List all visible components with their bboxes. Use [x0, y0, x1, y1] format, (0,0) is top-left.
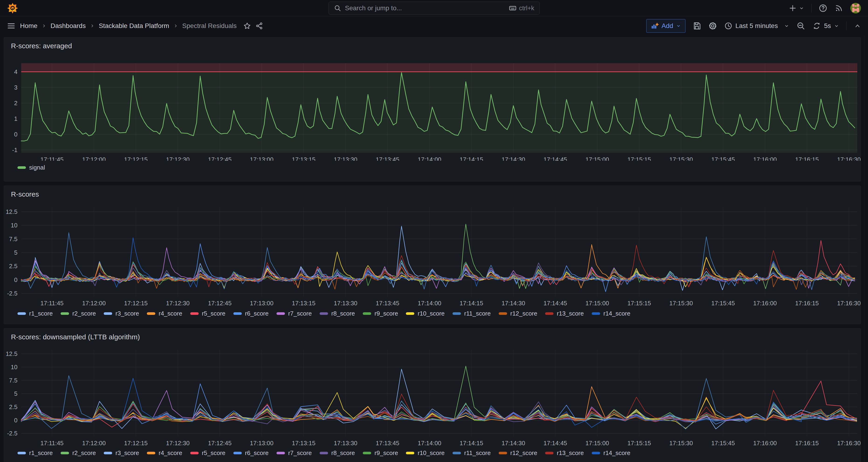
help-button[interactable] — [818, 4, 828, 12]
legend-item[interactable]: r9_score — [363, 310, 398, 317]
legend-item[interactable]: r2_score — [61, 450, 96, 457]
panel-header[interactable]: R-scores: downsampled (LTTB algorithm) — [4, 329, 861, 342]
svg-text:-1: -1 — [12, 147, 18, 153]
legend-item[interactable]: r12_score — [499, 450, 537, 457]
legend-item[interactable]: r6_score — [234, 450, 269, 457]
svg-text:5: 5 — [14, 249, 18, 256]
legend-item[interactable]: r1_score — [18, 450, 53, 457]
add-panel-button[interactable]: Add — [646, 19, 685, 33]
svg-text:17:11:45: 17:11:45 — [40, 300, 63, 307]
svg-text:17:12:00: 17:12:00 — [82, 300, 105, 307]
chevron-up-icon — [854, 22, 862, 30]
breadcrumb: Home Dashboards Stackable Data Platform … — [6, 21, 263, 31]
legend-item[interactable]: r3_score — [104, 310, 139, 317]
svg-text:17:14:30: 17:14:30 — [501, 440, 525, 446]
legend-label: r11_score — [464, 310, 491, 317]
timeseries-chart[interactable]: 12.5107.552.50-2.517:11:4517:12:0017:12:… — [4, 342, 861, 446]
legend-item[interactable]: r2_score — [61, 310, 96, 317]
legend-item[interactable]: r5_score — [190, 450, 225, 457]
share-icon[interactable] — [255, 22, 263, 30]
svg-text:17:16:30: 17:16:30 — [837, 300, 861, 307]
legend-swatch — [61, 312, 69, 315]
panel-header[interactable]: R-scores: averaged — [4, 37, 861, 51]
zoom-out-button[interactable] — [797, 22, 805, 30]
legend-item[interactable]: r12_score — [499, 310, 537, 317]
legend-item[interactable]: r5_score — [190, 310, 225, 317]
svg-text:17:16:00: 17:16:00 — [753, 156, 777, 161]
svg-text:2.5: 2.5 — [9, 403, 18, 410]
time-range-picker[interactable]: Last 5 minutes — [724, 22, 789, 30]
time-range-label: Last 5 minutes — [735, 22, 778, 30]
svg-text:17:16:30: 17:16:30 — [837, 156, 861, 161]
grafana-logo[interactable] — [7, 3, 18, 14]
legend-label: r5_score — [202, 310, 225, 317]
legend-item[interactable]: r14_score — [592, 450, 630, 457]
breadcrumb-dashboards[interactable]: Dashboards — [51, 22, 86, 30]
legend-item[interactable]: r11_score — [453, 450, 491, 457]
breadcrumb-folder[interactable]: Stackable Data Platform — [99, 22, 169, 30]
timeseries-chart[interactable]: 12.5107.552.50-2.517:11:4517:12:0017:12:… — [4, 199, 861, 307]
legend-item[interactable]: r11_score — [453, 310, 491, 317]
legend-item[interactable]: r8_score — [320, 450, 355, 457]
legend-swatch — [320, 312, 328, 315]
star-icon[interactable] — [243, 22, 251, 30]
legend-label: r9_score — [374, 450, 398, 457]
chevron-down-icon — [834, 23, 839, 29]
menu-icon[interactable] — [6, 21, 16, 31]
news-button[interactable] — [834, 4, 843, 12]
breadcrumb-home[interactable]: Home — [20, 22, 37, 30]
legend-item[interactable]: r1_score — [18, 310, 53, 317]
legend-label: r11_score — [464, 450, 491, 457]
legend-item[interactable]: r7_score — [277, 310, 312, 317]
legend-item[interactable]: r14_score — [592, 310, 630, 317]
save-dashboard-button[interactable] — [692, 22, 701, 30]
scrollbar-track[interactable] — [864, 35, 864, 462]
refresh-button[interactable]: 5s — [812, 22, 839, 30]
svg-text:3: 3 — [14, 84, 18, 91]
legend-label: r4_score — [159, 450, 182, 457]
legend-label: r1_score — [29, 310, 53, 317]
legend-swatch — [277, 452, 285, 454]
legend-swatch — [545, 452, 554, 454]
legend-item[interactable]: r6_score — [234, 310, 269, 317]
legend-item[interactable]: r7_score — [277, 450, 312, 457]
svg-text:17:15:00: 17:15:00 — [585, 156, 609, 161]
legend-label: r12_score — [510, 310, 537, 317]
user-avatar[interactable] — [850, 3, 861, 13]
legend-item[interactable]: r8_score — [320, 310, 355, 317]
new-dropdown-button[interactable] — [788, 4, 804, 12]
legend-swatch — [320, 452, 328, 454]
legend-swatch — [147, 312, 155, 315]
save-icon — [692, 22, 701, 30]
legend-label: r12_score — [510, 450, 537, 457]
svg-text:17:13:45: 17:13:45 — [376, 156, 399, 161]
legend-item[interactable]: r13_score — [545, 450, 584, 457]
panel-title: R-scores — [11, 190, 39, 198]
svg-text:17:15:30: 17:15:30 — [669, 300, 693, 307]
dashboard-settings-button[interactable] — [708, 22, 717, 30]
svg-text:4: 4 — [14, 68, 18, 75]
legend-item[interactable]: r4_score — [147, 450, 182, 457]
legend-swatch — [499, 312, 507, 315]
legend-item[interactable]: signal — [18, 164, 45, 171]
svg-text:17:13:00: 17:13:00 — [250, 156, 274, 161]
legend-swatch — [453, 452, 461, 454]
timeseries-chart[interactable]: 43210-117:11:4517:12:0017:12:1517:12:301… — [4, 51, 861, 161]
breadcrumb-current: Spectral Residuals — [182, 22, 237, 30]
svg-text:17:11:45: 17:11:45 — [40, 156, 63, 161]
kiosk-mode-button[interactable] — [854, 22, 862, 30]
legend-item[interactable]: r10_score — [406, 310, 444, 317]
legend-item[interactable]: r9_score — [363, 450, 398, 457]
svg-text:12.5: 12.5 — [6, 208, 18, 215]
legend-swatch — [592, 312, 600, 315]
legend-item[interactable]: r4_score — [147, 310, 182, 317]
panel-header[interactable]: R-scores — [4, 186, 861, 199]
svg-text:17:13:30: 17:13:30 — [334, 440, 358, 446]
legend-item[interactable]: r3_score — [104, 450, 139, 457]
search-input[interactable]: Search or jump to... ctrl+k — [329, 2, 540, 15]
legend-item[interactable]: r13_score — [545, 310, 584, 317]
svg-text:17:13:15: 17:13:15 — [292, 156, 315, 161]
svg-text:2: 2 — [14, 100, 18, 106]
legend-label: r2_score — [72, 310, 96, 317]
legend-item[interactable]: r10_score — [406, 450, 444, 457]
